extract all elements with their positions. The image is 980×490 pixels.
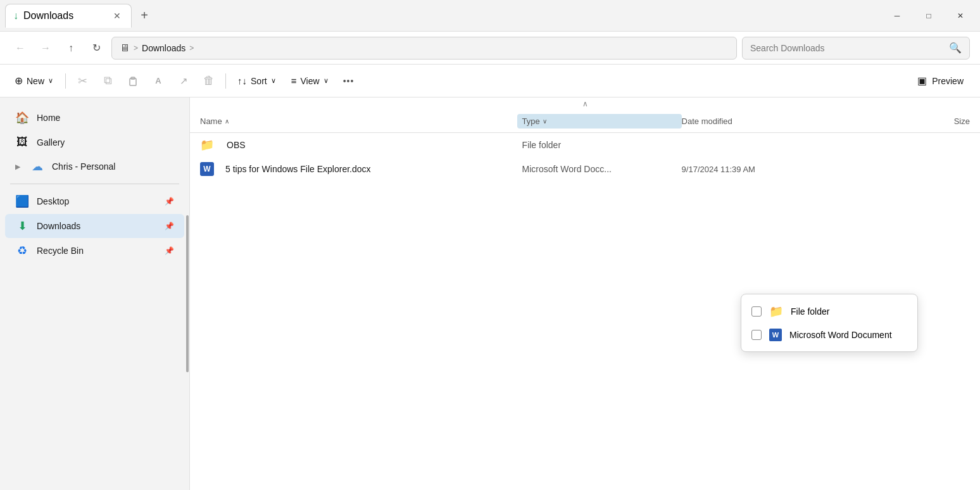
type-filter-item-word[interactable]: W Microsoft Word Document — [741, 324, 917, 346]
search-input[interactable] — [750, 43, 944, 53]
pin-icon: 📌 — [165, 246, 174, 255]
scrollbar-thumb[interactable] — [186, 215, 189, 372]
toolbar: ⊕ New ∨ ✂ ⧉ A ↗ 🗑 ↑↓ Sort ∨ ≡ View ∨ •••… — [0, 65, 980, 97]
title-bar: ↓ Downloads ✕ + ─ □ ✕ — [0, 0, 980, 32]
search-icon: 🔍 — [949, 42, 962, 54]
file-modified-cell: 9/17/2024 11:39 AM — [682, 165, 919, 174]
search-box[interactable]: 🔍 — [742, 37, 970, 60]
copy-button[interactable]: ⧉ — [96, 70, 119, 92]
view-label: View — [300, 76, 319, 86]
more-button[interactable]: ••• — [337, 70, 360, 92]
tab-area: ↓ Downloads ✕ + — [5, 4, 883, 28]
preview-icon: ▣ — [917, 75, 927, 87]
file-type-cell: File folder — [517, 140, 682, 150]
pin-icon: 📌 — [165, 222, 174, 230]
type-filter-label-word: Microsoft Word Document — [789, 330, 892, 340]
type-filter-item-folder[interactable]: 📁 File folder — [741, 299, 917, 324]
sidebar-item-label: Desktop — [37, 196, 157, 206]
file-modified-text: 9/17/2024 11:39 AM — [682, 165, 755, 174]
tab-label: Downloads — [23, 10, 73, 22]
sidebar-item-chris-personal[interactable]: ▶ ☁ Chris - Personal — [5, 154, 184, 179]
sort-button[interactable]: ↑↓ Sort ∨ — [231, 72, 282, 90]
view-icon: ≡ — [291, 75, 297, 86]
up-button[interactable]: ↑ — [61, 38, 81, 58]
rename-button[interactable]: A — [147, 70, 170, 92]
home-icon: 🏠 — [15, 111, 29, 125]
column-name[interactable]: Name ∧ — [200, 116, 517, 126]
file-type-cell: Microsoft Word Docc... — [517, 164, 682, 174]
minimize-button[interactable]: ─ — [883, 6, 912, 26]
file-name-label: 5 tips for Windows File Explorer.docx — [225, 164, 371, 174]
toolbar-separator-2 — [225, 73, 226, 89]
sidebar-item-label: Home — [37, 113, 174, 123]
sidebar-item-label: Recycle Bin — [37, 246, 157, 256]
sidebar-item-label: Downloads — [37, 221, 157, 231]
column-size: Size — [919, 116, 970, 126]
column-modified-label: Date modified — [682, 116, 732, 126]
preview-button[interactable]: ▣ Preview — [908, 71, 972, 91]
sidebar-separator — [10, 184, 179, 184]
sidebar-item-recycle-bin[interactable]: ♻ Recycle Bin 📌 — [5, 239, 184, 263]
type-filter-checkbox-folder[interactable] — [751, 306, 762, 317]
table-row[interactable]: 📁 OBS File folder — [190, 133, 980, 157]
back-button[interactable]: ← — [10, 38, 30, 58]
collapse-icon: ∧ — [582, 99, 588, 108]
type-filter-label-folder: File folder — [791, 306, 829, 317]
new-button[interactable]: ⊕ New ∨ — [8, 70, 60, 91]
sidebar-item-gallery[interactable]: 🖼 Gallery — [5, 130, 184, 154]
downloads-icon: ⬇ — [15, 219, 29, 233]
sidebar: 🏠 Home 🖼 Gallery ▶ ☁ Chris - Personal 🟦 … — [0, 97, 190, 490]
column-type-label: Type — [522, 116, 540, 126]
delete-button[interactable]: 🗑 — [198, 70, 220, 92]
view-button[interactable]: ≡ View ∨ — [285, 72, 335, 90]
sidebar-item-desktop[interactable]: 🟦 Desktop 📌 — [5, 189, 184, 213]
sidebar-item-label: Gallery — [37, 137, 174, 148]
file-type-text: Microsoft Word Docc... — [522, 164, 612, 174]
column-modified[interactable]: Date modified — [682, 116, 919, 126]
column-size-label: Size — [954, 116, 970, 126]
main-layout: 🏠 Home 🖼 Gallery ▶ ☁ Chris - Personal 🟦 … — [0, 97, 980, 490]
breadcrumb[interactable]: 🖥 > Downloads > — [111, 37, 737, 60]
maximize-button[interactable]: □ — [914, 6, 943, 26]
folder-dd-icon: 📁 — [769, 305, 783, 318]
paste-button[interactable] — [122, 70, 144, 92]
file-area: ∧ Name ∧ Type ∨ Date modified Size 📁 OBS — [190, 97, 980, 490]
cut-button[interactable]: ✂ — [71, 70, 94, 92]
sidebar-item-home[interactable]: 🏠 Home — [5, 106, 184, 130]
sort-icon: ↑↓ — [237, 75, 247, 86]
word-dd-icon: W — [769, 329, 782, 341]
pin-icon: 📌 — [165, 197, 174, 206]
new-plus-icon: ⊕ — [15, 75, 23, 87]
close-button[interactable]: ✕ — [946, 6, 975, 26]
share-button[interactable]: ↗ — [172, 70, 195, 92]
forward-button[interactable]: → — [35, 38, 56, 58]
active-tab[interactable]: ↓ Downloads ✕ — [5, 4, 132, 28]
breadcrumb-sep1: > — [134, 44, 138, 53]
sort-label: Sort — [251, 76, 267, 86]
cloud-icon: ☁ — [30, 160, 44, 173]
type-filter-checkbox-word[interactable] — [751, 330, 762, 340]
collapse-bar[interactable]: ∧ — [190, 97, 980, 110]
sidebar-item-label: Chris - Personal — [52, 161, 174, 172]
file-name-cell: W 5 tips for Windows File Explorer.docx — [200, 162, 517, 176]
file-name-cell: 📁 OBS — [200, 138, 517, 152]
computer-icon: 🖥 — [120, 42, 130, 54]
view-chevron-icon: ∨ — [324, 77, 329, 85]
new-tab-button[interactable]: + — [134, 6, 154, 26]
desktop-icon: 🟦 — [15, 194, 29, 208]
file-type-text: File folder — [522, 140, 561, 150]
tab-download-icon: ↓ — [13, 10, 18, 22]
column-name-sort-icon: ∧ — [225, 118, 229, 125]
expand-arrow-icon: ▶ — [15, 163, 20, 171]
file-name-label: OBS — [227, 140, 246, 150]
scrollbar-track[interactable] — [185, 97, 189, 490]
preview-label: Preview — [932, 76, 964, 86]
tab-close-btn[interactable]: ✕ — [113, 11, 121, 21]
new-label: New — [27, 76, 44, 86]
sidebar-item-downloads[interactable]: ⬇ Downloads 📌 — [5, 214, 184, 238]
sort-chevron-icon: ∨ — [271, 77, 276, 85]
table-row[interactable]: W 5 tips for Windows File Explorer.docx … — [190, 157, 980, 181]
refresh-button[interactable]: ↻ — [86, 38, 106, 58]
address-bar: ← → ↑ ↻ 🖥 > Downloads > 🔍 — [0, 32, 980, 65]
column-type[interactable]: Type ∨ — [517, 114, 682, 129]
